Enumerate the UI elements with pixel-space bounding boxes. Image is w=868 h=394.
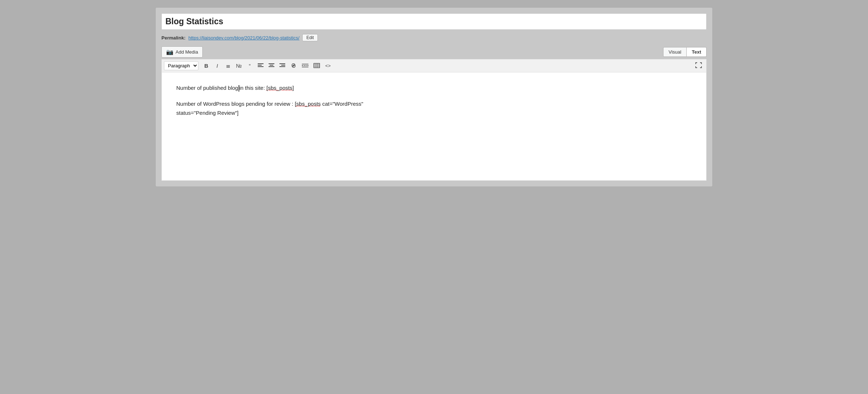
line2-pre: Number of WordPress blogs pending for re… <box>176 101 295 107</box>
code-button[interactable]: <> <box>323 62 333 70</box>
table-button[interactable] <box>311 62 322 70</box>
line1-shortcode: [sbs_posts] <box>266 85 294 91</box>
editor-line-1: Number of published blogin this site: [s… <box>176 83 692 93</box>
editor-line-2: Number of WordPress blogs pending for re… <box>176 99 692 118</box>
insert-more-button[interactable] <box>300 62 311 70</box>
permalink-row: Permalink: https://liaisondev.com/blog/2… <box>161 34 707 41</box>
svg-rect-12 <box>314 63 320 68</box>
bold-button[interactable]: B <box>201 62 211 70</box>
add-media-icon: 📷 <box>166 49 173 55</box>
line1-pre: Number of published blog <box>176 85 238 91</box>
add-media-button[interactable]: 📷 Add Media <box>161 46 203 58</box>
ordered-list-button[interactable]: № <box>234 62 244 70</box>
permalink-edit-button[interactable]: Edit <box>302 34 318 41</box>
unordered-list-button[interactable]: ≣ <box>223 62 233 70</box>
align-center-button[interactable] <box>266 62 277 70</box>
align-right-button[interactable] <box>277 62 287 70</box>
link-button[interactable] <box>288 62 299 70</box>
tab-text[interactable]: Text <box>687 47 707 57</box>
add-media-label: Add Media <box>176 49 198 55</box>
tab-visual[interactable]: Visual <box>663 47 687 57</box>
permalink-label: Permalink: <box>161 35 185 41</box>
view-tabs: Visual Text <box>663 47 707 57</box>
line2-shortcode: [sbs_posts <box>295 101 321 107</box>
line1-mid: in this site: <box>239 85 266 91</box>
page-title-input[interactable] <box>161 13 707 30</box>
align-left-button[interactable] <box>256 62 266 70</box>
permalink-link[interactable]: https://liaisondev.com/blog/2021/06/22/b… <box>188 35 299 41</box>
blockquote-button[interactable]: “ <box>245 62 255 70</box>
editor-area[interactable]: Number of published blogin this site: [s… <box>161 72 707 181</box>
formatting-toolbar: Paragraph B I ≣ № “ <> <box>161 59 707 72</box>
fullscreen-button[interactable] <box>693 61 704 71</box>
editor-content: Number of published blogin this site: [s… <box>176 83 692 118</box>
paragraph-select[interactable]: Paragraph <box>164 61 198 70</box>
italic-button[interactable]: I <box>212 62 222 70</box>
editor-container: Permalink: https://liaisondev.com/blog/2… <box>155 7 713 187</box>
title-row <box>161 13 707 30</box>
toolbar-top: 📷 Add Media Visual Text <box>161 46 707 58</box>
